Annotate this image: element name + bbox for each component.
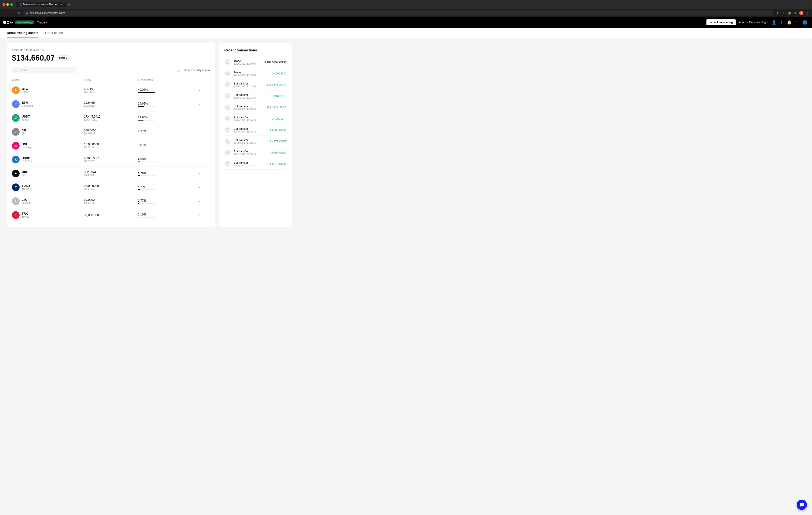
progress-bar-bg-JFI: [138, 134, 155, 134]
demo-trading-badge[interactable]: Demo trading: [16, 21, 34, 24]
currency-selector[interactable]: USD ▾: [57, 55, 69, 61]
crypto-symbol-UNI: UNI: [22, 142, 32, 146]
progress-bar-bg-BTC: [138, 92, 155, 93]
crypto-info-UNI: 🦄 UNI Uniswap: [12, 142, 84, 150]
notifications-icon[interactable]: 🔔: [786, 19, 793, 26]
user-profile-icon[interactable]: 👤: [770, 19, 778, 26]
pct-cell-TRX: 1.10%: [138, 213, 192, 218]
progress-bar-fill-LTC: [138, 203, 139, 204]
tx-amount-1: 0.4996 BTC: [272, 72, 287, 75]
col-pct: % of portfolio: [138, 79, 192, 81]
pct-value-LTC: 1.77%: [138, 199, 192, 202]
hide-zero-label: Hide zero equity crypto: [181, 69, 210, 72]
tab-title: Demo trading assets - The Le...: [23, 3, 59, 6]
active-tab[interactable]: O Demo trading assets - The Le... ×: [16, 2, 66, 7]
tx-icon-3: [224, 92, 231, 100]
col-equity: Equity: [84, 79, 138, 81]
extensions-button[interactable]: ⊞: [793, 11, 798, 15]
extension-icon[interactable]: 🧩: [787, 11, 791, 15]
tx-date-1: 12/06/2022, 10:59:09: [234, 74, 269, 76]
chat-icon: [800, 503, 804, 507]
more-button-UNI[interactable]: ⋯: [192, 143, 210, 148]
globe-icon[interactable]: 🌐: [801, 19, 809, 26]
equity-cell-USDC: 6,709.7277 $6,709.25: [84, 156, 138, 163]
transaction-item: Trade 12/06/2022, 10:59:09 0.4996 BTC: [224, 68, 287, 79]
crypto-fullname-USDT: Tether: [22, 118, 30, 121]
tx-info-3: Bot transfer 11/16/2022, 12:31:06: [234, 93, 269, 99]
hide-zero-checkbox[interactable]: [177, 69, 180, 72]
tx-amount-9: 4.0913 USDT: [270, 162, 287, 166]
crypto-icon-USDT: ₮: [12, 114, 20, 122]
more-button-LTC[interactable]: ⋯: [192, 199, 210, 204]
more-button-USDT[interactable]: ⋯: [192, 116, 210, 120]
more-button-TUSD[interactable]: ⋯: [192, 185, 210, 190]
trade-nav-item[interactable]: Trade ▾: [35, 17, 50, 28]
tx-type-2: Bot transfer: [234, 82, 264, 85]
crypto-info-USDC: ◎ USDC USD Coin: [12, 156, 84, 163]
maximize-window-button[interactable]: [10, 3, 13, 6]
svg-text:O: O: [20, 4, 21, 5]
crypto-icon-USDC: ◎: [12, 156, 20, 163]
pct-cell-LTC: 1.77%: [138, 199, 192, 204]
equity-amount-USDT: 17,445.5412: [84, 115, 138, 118]
transaction-list: Trade 12/06/2022, 10:59:09 -8,484.3999 U…: [224, 57, 287, 170]
svg-rect-7: [8, 23, 9, 24]
address-input-container[interactable]: okx.com/balance/assets/unified: [23, 10, 774, 16]
crypto-symbol-BTC: BTC: [22, 87, 29, 90]
svg-line-11: [17, 71, 18, 72]
left-panel: Estimated total value 👁 $134,660.07 USD …: [7, 43, 215, 227]
more-button-ETH[interactable]: ⋯: [192, 102, 210, 106]
search-box[interactable]: [12, 67, 76, 73]
equity-amount-UNI: 1,500.0000: [84, 142, 138, 146]
more-button-JFI[interactable]: ⋯: [192, 130, 210, 134]
tx-amount-5: 0.4000 ETH: [272, 117, 287, 120]
crypto-fullname-LTC: Litecoin: [22, 201, 30, 205]
lock-icon: [26, 12, 29, 14]
equity-amount-ETH: 15.6469: [84, 101, 138, 104]
trade-chevron-icon: ▾: [46, 21, 47, 24]
assets-dropdown[interactable]: Assets - Demo trading ▾: [736, 21, 770, 24]
tab-bar: O Demo trading assets - The Le... × +: [16, 2, 806, 7]
more-button-OKB[interactable]: ⋯: [192, 171, 210, 176]
share-icon[interactable]: ⬆: [775, 11, 780, 15]
progress-bar-bg-OKB: [138, 175, 155, 176]
tx-info-0: Trade 12/06/2022, 10:59:09: [234, 59, 261, 65]
svg-rect-4: [7, 21, 8, 22]
chat-button[interactable]: [796, 499, 807, 510]
reload-button[interactable]: ↻: [16, 10, 21, 16]
more-button-USDC[interactable]: ⋯: [192, 157, 210, 162]
tab-close-button[interactable]: ×: [60, 3, 63, 6]
order-center-tab[interactable]: Order center: [45, 28, 63, 38]
user-avatar[interactable]: J: [799, 11, 804, 15]
bookmark-icon[interactable]: ☆: [781, 11, 786, 15]
toggle-balance-icon[interactable]: 👁: [41, 48, 45, 52]
hide-zero-checkbox-row[interactable]: Hide zero equity crypto: [177, 69, 210, 72]
demo-trading-assets-tab[interactable]: Demo trading assets: [7, 28, 38, 38]
close-window-button[interactable]: [3, 3, 5, 6]
search-input[interactable]: [20, 69, 73, 72]
crypto-symbol-USDC: USDC: [22, 156, 33, 160]
progress-bar-bg-USDC: [138, 162, 155, 162]
new-tab-button[interactable]: +: [66, 2, 71, 7]
tx-amount-2: 235.6244 USDC: [266, 83, 287, 86]
transaction-item: Bot transfer 11/09/2022, 09:08:38 4.0907…: [224, 147, 287, 158]
transfer-icon: [226, 139, 229, 143]
back-button[interactable]: ‹: [3, 10, 8, 16]
minimize-window-button[interactable]: [6, 3, 9, 6]
forward-button[interactable]: ›: [9, 10, 14, 16]
more-button-TRX[interactable]: ⋯: [192, 213, 210, 217]
help-icon[interactable]: ?: [793, 19, 801, 26]
crypto-fullname-UNI: Uniswap: [22, 146, 32, 149]
more-button-BTC[interactable]: ⋯: [192, 88, 210, 92]
table-row: ✦ OKB OKB 302.8944 $6,439.08 4.78% ⋯: [12, 167, 210, 181]
download-icon[interactable]: ⬇: [778, 19, 786, 26]
crypto-name-group: ETH Ethereum: [22, 101, 33, 107]
more-menu-icon[interactable]: ⋮: [805, 11, 809, 15]
transaction-item: Bot transfer 11/09/2022, 09:08:37 4.0913…: [224, 158, 287, 170]
okx-logo[interactable]: K X: [3, 20, 13, 25]
live-trading-button[interactable]: ← ← Live trading: [706, 19, 736, 25]
tx-icon-5: [224, 115, 231, 122]
crypto-symbol-TUSD: TUSD: [22, 184, 32, 188]
pct-cell-ETH: 14.62%: [138, 102, 192, 107]
transfer-icon: [226, 83, 229, 86]
